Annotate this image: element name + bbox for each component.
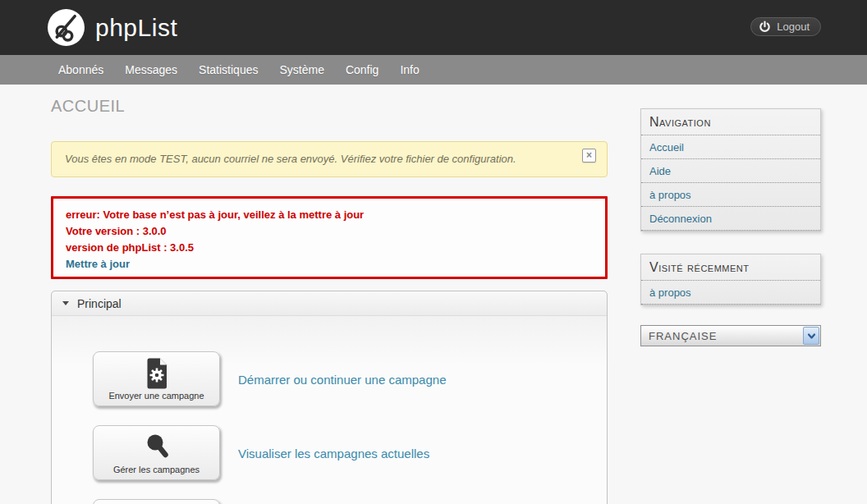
menu-item-statistiques[interactable]: Statistiques — [188, 55, 268, 85]
sidebar-item-accueil[interactable]: Accueil — [641, 135, 820, 159]
test-mode-warning: Vous êtes en mode TEST, aucun courriel n… — [51, 141, 608, 177]
recently-visited-title: Visité récemment — [641, 254, 820, 281]
logout-label: Logout — [777, 21, 810, 33]
warning-text: Vous êtes en mode TEST, aucun courriel n… — [65, 153, 566, 165]
power-icon — [759, 21, 771, 33]
panel-row-send-campaign: Envoyer une campagne Démarrer ou continu… — [52, 351, 608, 407]
sidebar-item-deconnexion[interactable]: Déconnexion — [641, 207, 820, 231]
principal-panel-header[interactable]: Principal — [52, 291, 607, 316]
menu-item-abonnes[interactable]: Abonnés — [48, 55, 114, 85]
phplist-logo-icon — [47, 8, 85, 47]
logo-wordmark: phpList — [95, 14, 177, 42]
error-current-version: Votre version : 3.0.0 — [66, 223, 593, 240]
menu-item-config[interactable]: Config — [335, 55, 389, 85]
navigation-panel: Navigation Accueil Aide à propos Déconne… — [640, 108, 821, 231]
principal-panel: Principal Envoyer une campagne Démarrer … — [51, 291, 608, 504]
panel-row-manage-campaigns: Gérer les campagnes Visualiser les campa… — [52, 425, 608, 481]
recently-visited-a-propos[interactable]: à propos — [641, 281, 820, 305]
view-campaigns-link[interactable]: Visualiser les campagnes actuelles — [238, 447, 429, 460]
send-campaign-label: Envoyer une campagne — [94, 391, 219, 401]
panel-row-partial — [52, 499, 608, 504]
language-select[interactable]: FRANÇAISE — [640, 325, 821, 346]
close-icon[interactable]: × — [582, 149, 596, 163]
language-select-value: FRANÇAISE — [649, 330, 717, 342]
menu-item-info[interactable]: Info — [389, 55, 429, 85]
recently-visited-panel: Visité récemment à propos — [640, 254, 821, 305]
manage-campaigns-label: Gérer les campagnes — [94, 465, 219, 474]
partial-button[interactable] — [93, 499, 220, 504]
select-arrow-icon[interactable] — [803, 327, 819, 345]
error-message: erreur: Votre base n’est pas à jour, vei… — [66, 207, 593, 223]
menu-item-systeme[interactable]: Système — [268, 55, 334, 85]
error-latest-version: version de phpList : 3.0.5 — [66, 240, 593, 256]
magnifier-icon — [142, 431, 172, 464]
page-title: ACCUEIL — [51, 97, 125, 116]
manage-campaigns-button[interactable]: Gérer les campagnes — [93, 425, 220, 480]
sidebar-item-a-propos[interactable]: à propos — [641, 183, 820, 207]
update-database-link[interactable]: Mettre à jour — [66, 256, 593, 273]
top-header: phpList Logout — [0, 0, 867, 55]
start-campaign-link[interactable]: Démarrer ou continuer une campagne — [238, 373, 446, 387]
menu-item-messages[interactable]: Messages — [114, 55, 188, 85]
db-update-error: erreur: Votre base n’est pas à jour, vei… — [51, 196, 608, 279]
panel-title: Principal — [77, 297, 122, 310]
document-gear-icon — [144, 357, 169, 390]
sidebar-item-aide[interactable]: Aide — [641, 159, 820, 183]
chevron-down-icon — [62, 301, 69, 305]
main-menu: Abonnés Messages Statistiques Système Co… — [0, 55, 867, 85]
send-campaign-button[interactable]: Envoyer une campagne — [93, 351, 220, 406]
logout-button[interactable]: Logout — [750, 17, 821, 36]
navigation-panel-title: Navigation — [641, 109, 820, 135]
phplist-logo: phpList — [47, 8, 177, 47]
